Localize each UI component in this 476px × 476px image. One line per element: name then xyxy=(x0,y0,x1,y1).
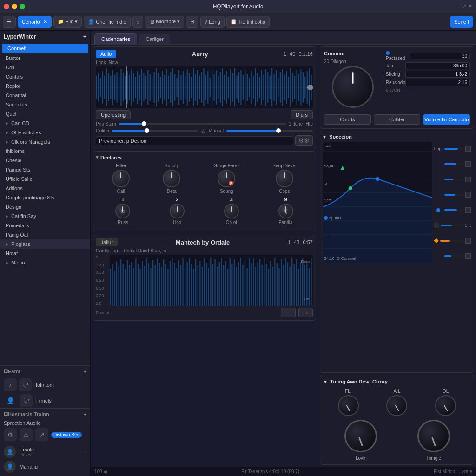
close-window-btn[interactable] xyxy=(4,4,9,9)
eq-checkbox-5[interactable] xyxy=(434,223,439,228)
waveform2-prev-btn[interactable]: — xyxy=(281,308,295,317)
bottom-icon-share[interactable]: ↗ xyxy=(35,428,48,441)
bottom-icon-warning[interactable]: ⚠ xyxy=(20,428,33,441)
tab-cadendaries[interactable]: Cadendaries xyxy=(94,33,137,44)
sidebar-item-clk-ors[interactable]: C‌lk ors Nanagels xyxy=(0,137,90,146)
timing-knob-lovk-control[interactable] xyxy=(344,420,377,452)
btn-chorts[interactable]: Chorts xyxy=(324,114,371,125)
sidebar-item-moltio[interactable]: Moltio xyxy=(0,258,90,267)
timing-knob-ail-control[interactable] xyxy=(386,395,407,416)
knob-filter-control[interactable] xyxy=(112,170,130,187)
sidebar-item-coli[interactable]: Coli xyxy=(0,63,90,72)
eq-btn-0[interactable] xyxy=(465,146,471,152)
window-close-icon[interactable]: ✕ xyxy=(468,3,472,9)
toolbar-cher-btn[interactable]: 👤 Cher fie Indio xyxy=(84,16,130,28)
minimize-window-btn[interactable] xyxy=(12,4,17,9)
waveform2-next-btn[interactable]: → xyxy=(298,308,313,317)
bottom-icon-shield2[interactable]: 🛡 xyxy=(20,394,33,407)
preview-settings-btn[interactable]: ⚙⚙ xyxy=(295,135,313,146)
sidebar-item-quel[interactable]: Quel xyxy=(0,109,90,119)
eq-btn-1[interactable] xyxy=(465,161,471,167)
sidebar-item-contals[interactable]: Contals xyxy=(0,72,90,81)
bottom-icon-music[interactable]: ♪ xyxy=(4,378,17,391)
btn-uperesting[interactable]: Uperesting xyxy=(96,110,131,119)
entry-ersole[interactable]: 👤 Ersole Deles → xyxy=(0,444,90,459)
window-minimize-icon[interactable]: — xyxy=(455,3,460,9)
param-reuslodp-input[interactable] xyxy=(405,79,470,86)
timeline-slider[interactable] xyxy=(119,123,286,125)
knob-sundly-control[interactable] xyxy=(163,170,180,187)
filter-slider[interactable] xyxy=(112,130,198,132)
knob-russ-control[interactable]: □ xyxy=(115,204,130,218)
sidebar-item-design[interactable]: Design xyxy=(0,202,90,212)
eq-btn-4[interactable] xyxy=(465,207,471,213)
menu-button[interactable]: ☰ xyxy=(3,16,16,28)
eq-slider-track-1[interactable] xyxy=(444,163,464,165)
tab-audio[interactable]: Aulio xyxy=(96,50,116,58)
eq-slider-track-3[interactable] xyxy=(444,194,464,196)
timing-knob-ol-control[interactable] xyxy=(435,395,456,416)
eq-btn-6[interactable] xyxy=(465,238,471,244)
hostnacls-add-icon[interactable]: + xyxy=(84,411,86,417)
param-tab-input[interactable] xyxy=(405,62,470,69)
toolbar-arrows-btn[interactable]: ↕ xyxy=(132,16,144,28)
eq-btn-2[interactable] xyxy=(465,177,471,182)
sidebar-item-bustor[interactable]: Bustor xyxy=(0,53,90,63)
btn-colliter[interactable]: Colliter xyxy=(374,114,421,125)
sidebar-item-cat-fin-say[interactable]: Cat fin Say xyxy=(0,212,90,221)
bottom-icon-person[interactable]: 👤 xyxy=(4,394,17,407)
sidebar-item-conantal[interactable]: Conantal xyxy=(0,91,90,100)
sidebar-item-ploglass[interactable]: Ploglass xyxy=(0,239,90,249)
toolbar-fild-btn[interactable]: 📁 Fild ▾ xyxy=(53,16,82,28)
tab-carliger[interactable]: Carliger xyxy=(139,34,170,44)
sidebar-item-uffcle-salle[interactable]: U‌fficle Salle xyxy=(0,174,90,184)
preview-input[interactable] xyxy=(96,136,293,145)
eq-slider-track-7[interactable] xyxy=(444,255,464,257)
sidebar-item-pariig-oal[interactable]: Pariig Oal xyxy=(0,230,90,239)
eq-slider-track-2[interactable] xyxy=(444,178,464,180)
sidebar-item-conmelt[interactable]: Conmelt xyxy=(2,44,88,53)
sidebar-item-replor[interactable]: Replor xyxy=(0,81,90,91)
sidebar-item-painge-sts[interactable]: Painge Sts xyxy=(0,165,90,174)
timing-knob-trimgle-control[interactable] xyxy=(417,420,450,452)
maximize-window-btn[interactable] xyxy=(20,4,25,9)
eamt-add-icon[interactable]: + xyxy=(84,369,86,374)
sidebar-item-can-cd[interactable]: Can CD xyxy=(0,119,90,128)
eq-slider-track-5[interactable] xyxy=(441,225,463,226)
tab-cenorlo-close-icon[interactable]: ✕ xyxy=(43,19,47,25)
eq-slider-track-6[interactable] xyxy=(440,240,464,242)
sidebar-item-hotat[interactable]: Hotat xyxy=(0,249,90,258)
knob-fantlla-control[interactable]: Q xyxy=(278,204,293,218)
big-knob[interactable] xyxy=(332,66,374,108)
sidebar-item-adtions[interactable]: Adtions xyxy=(0,184,90,193)
param-pactased-input[interactable] xyxy=(410,53,470,60)
toolbar-miombre-btn[interactable]: 🖥 Miombre ▾ xyxy=(145,16,184,28)
eq-slider-track-0[interactable] xyxy=(444,148,464,150)
toolbar-grid-btn[interactable]: ⊟ xyxy=(186,16,198,28)
eq-btn-7[interactable] xyxy=(465,253,471,259)
toolbar-tie-btn[interactable]: 📋 Tie tinficotio xyxy=(226,16,270,28)
timing-knob-fl-control[interactable] xyxy=(338,395,359,416)
eq-btn-3[interactable] xyxy=(465,192,471,198)
tab-cenorlo[interactable]: Cenorlo ✕ xyxy=(18,16,52,28)
entry-manafiu[interactable]: 👤 Manafiu xyxy=(0,459,90,474)
sidebar-item-saneutas[interactable]: Saneutas xyxy=(0,100,90,109)
knob-hod-control[interactable] xyxy=(170,204,185,218)
sidebar-add-icon[interactable]: + xyxy=(83,33,86,40)
sidebar-item-thlbloms[interactable]: thlbloms xyxy=(0,146,90,156)
sidebar-item-cooplge-sty[interactable]: Coo‌ple‌ printinage Sty xyxy=(0,193,90,202)
sidebar-item-chesle[interactable]: Chesle xyxy=(0,156,90,165)
param-sheing-input[interactable] xyxy=(405,71,470,78)
bottom-icon-gear[interactable]: ⚙ xyxy=(4,428,17,441)
sidebar-item-poinedalls[interactable]: Poinedalls xyxy=(0,221,90,230)
toolbar-long-btn[interactable]: ? Long xyxy=(200,16,225,28)
knob-oo-of-control[interactable] xyxy=(224,204,239,218)
bottom-icon-shield[interactable]: 🛡 xyxy=(19,378,32,391)
btn-diurs[interactable]: Diurs xyxy=(291,110,313,119)
tab-italiur[interactable]: Italiur xyxy=(96,238,118,246)
btn-visture[interactable]: Visture lin Canocdo xyxy=(423,114,470,125)
window-resize-icon[interactable]: ⤢ xyxy=(462,3,466,9)
vinasal-slider[interactable] xyxy=(226,130,313,132)
sidebar-item-ole-wiitches[interactable]: OLE wiitches xyxy=(0,128,90,137)
eq-slider-track-4[interactable] xyxy=(444,209,464,211)
